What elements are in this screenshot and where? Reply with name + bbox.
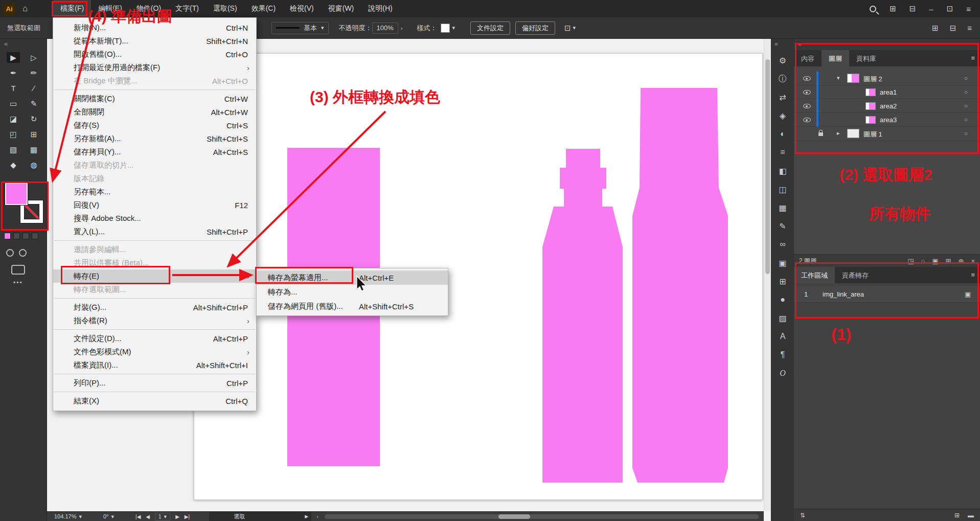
menu-item-close-all[interactable]: 全部關閉Alt+Ctrl+W [53, 105, 256, 119]
rotation-control[interactable]: 0° ▾ [100, 513, 117, 520]
menu-item-place[interactable]: 置入(L)...Shift+Ctrl+P [53, 225, 256, 238]
color-mode-icon[interactable] [4, 233, 11, 239]
first-artboard-icon[interactable]: |◀ [135, 514, 141, 519]
chevron-down-icon[interactable]: ▾ [452, 25, 455, 31]
preferences-button[interactable]: 偏好設定 [515, 21, 555, 35]
object-name[interactable]: area2 [880, 102, 897, 110]
menu-item-export[interactable]: 轉存(E)› [53, 269, 256, 283]
layer-row-area2[interactable]: area2 ○ [794, 99, 980, 113]
hamburger-icon[interactable]: ≡ [967, 24, 972, 33]
menu-edit[interactable]: 編輯(E) [91, 0, 129, 17]
search-icon[interactable] [870, 6, 876, 12]
chevron-down-icon[interactable]: ▾ [573, 25, 576, 31]
menu-item-document-color-mode[interactable]: 文件色彩模式(M)› [53, 345, 256, 358]
blend-tool[interactable]: ◍ [27, 160, 40, 170]
visibility-eye-icon[interactable] [803, 90, 811, 95]
chevron-right-icon[interactable]: ▸ [837, 130, 840, 137]
layer-name[interactable]: 圖層 2 [863, 75, 882, 84]
visibility-eye-icon[interactable] [803, 76, 811, 81]
next-artboard-icon[interactable]: ▶ [175, 514, 179, 519]
tab-asset-export[interactable]: 資產轉存 [835, 267, 876, 283]
libraries-icon[interactable]: ◈ [771, 106, 794, 125]
horizontal-scrollbar-thumb[interactable] [498, 514, 530, 519]
new-layer-icon[interactable]: ⊕ [959, 257, 964, 265]
menu-item-open[interactable]: 開啟舊檔(O)...Ctrl+O [53, 48, 256, 61]
menu-item-new-from-template[interactable]: 從範本新增(T)...Shift+Ctrl+N [53, 34, 256, 48]
make-clip-mask-icon[interactable]: ▣ [932, 257, 938, 265]
direct-selection-tool[interactable]: ▷ [27, 52, 40, 63]
stroke-style-dropdown[interactable]: 基本 ▾ [271, 22, 329, 34]
submenu-item-export-for-screens[interactable]: 轉存為螢幕適用...Alt+Ctrl+E [257, 270, 448, 285]
menu-help[interactable]: 說明(H) [361, 0, 399, 17]
tab-layers[interactable]: 圖層 [822, 50, 849, 66]
menu-item-revert[interactable]: 回復(V)F12 [53, 198, 256, 212]
rectangle-tool[interactable]: ▭ [7, 98, 20, 109]
menu-item-save-as-template[interactable]: 另存範本... [53, 185, 256, 198]
line-segment-tool[interactable]: ∕ [27, 83, 40, 94]
previous-artboard-icon[interactable]: ◀ [146, 514, 150, 519]
last-artboard-icon[interactable]: ▶| [185, 514, 190, 519]
menu-item-print[interactable]: 列印(P)...Ctrl+P [53, 376, 256, 390]
minimize-icon[interactable]: – [929, 5, 933, 13]
layer-row-layer2[interactable]: ▾ 圖層 2 ○ [794, 72, 980, 85]
tab-properties[interactable]: 內容 [794, 50, 822, 66]
horizontal-scrollbar[interactable] [325, 514, 759, 519]
tab-artboards[interactable]: 工作區域 [794, 267, 835, 283]
menu-item-save-as[interactable]: 另存新檔(A)...Shift+Ctrl+S [53, 132, 256, 145]
eraser-tool[interactable]: ◪ [7, 114, 20, 124]
menu-type[interactable]: 文字(T) [168, 0, 206, 17]
new-sublayer-icon[interactable]: ⊞ [946, 257, 951, 265]
layer-row-area3[interactable]: area3 ○ [794, 113, 980, 127]
menu-item-save[interactable]: 儲存(S)Ctrl+S [53, 119, 256, 132]
submenu-item-export-as[interactable]: 轉存為... [257, 285, 448, 299]
menu-view[interactable]: 檢視(V) [283, 0, 321, 17]
gradient-icon[interactable]: ◧ [771, 162, 794, 180]
curvature-tool[interactable]: ✏ [27, 67, 40, 78]
tab-libraries[interactable]: 資料庫 [849, 50, 883, 66]
menu-file[interactable]: 檔案(F) [53, 0, 91, 17]
submenu-item-save-for-web[interactable]: 儲存為網頁用 (舊版)...Alt+Shift+Ctrl+S [257, 299, 448, 313]
artboard-row[interactable]: 1 img_link_area ▣ [794, 286, 980, 303]
layer-row-area1[interactable]: area1 ○ [794, 85, 980, 99]
artboard-name[interactable]: img_link_area [823, 290, 864, 298]
grid-icon[interactable]: ⊞ [932, 24, 939, 33]
rotate-tool[interactable]: ↻ [27, 114, 40, 124]
expand-panels-icon[interactable]: « [774, 40, 778, 48]
links-icon[interactable]: ∞ [771, 235, 794, 254]
chevron-down-icon[interactable]: ▾ [837, 75, 840, 81]
gear-icon[interactable]: ⚙ [771, 51, 794, 70]
appearance-icon[interactable]: ● [771, 290, 794, 309]
style-swatch[interactable] [441, 24, 450, 33]
panel-menu-icon[interactable]: ≡ [966, 50, 980, 66]
transform-icon[interactable]: ⇄ [771, 88, 794, 106]
character-icon[interactable]: A [771, 327, 794, 346]
panel-grid-icon[interactable]: ⊞ [954, 512, 960, 519]
target-circle-icon[interactable]: ○ [964, 130, 968, 137]
panel-toggle-icon[interactable]: ⊟ [950, 24, 956, 33]
opentype-icon[interactable]: O [771, 364, 794, 382]
status-play-icon[interactable]: ▶ [305, 514, 308, 519]
opacity-value-field[interactable]: 100% [372, 22, 398, 34]
asset-export-icon[interactable]: ▣ [771, 254, 794, 272]
app-menu-icon[interactable]: ≡ [966, 5, 971, 13]
brushes-icon[interactable]: ✎ [771, 217, 794, 235]
menu-item-save-a-copy[interactable]: 儲存拷貝(Y)...Alt+Ctrl+S [53, 145, 256, 158]
menu-item-file-info[interactable]: 檔案資訊(I)...Alt+Shift+Ctrl+I [53, 358, 256, 372]
screen-mode-icon[interactable] [11, 265, 25, 275]
menu-item-new[interactable]: 新增(N)...Ctrl+N [53, 21, 256, 34]
scale-tool[interactable]: ◰ [7, 129, 20, 140]
panel-resize-icon[interactable]: ⇅ [800, 512, 805, 519]
swatches-icon[interactable]: ▦ [771, 198, 794, 217]
object-name[interactable]: area1 [880, 88, 897, 96]
menu-item-search-adobe-stock[interactable]: 搜尋 Adobe Stock... [53, 212, 256, 225]
home-icon[interactable]: ⌂ [22, 4, 28, 14]
gradient-mode-icon[interactable] [13, 233, 20, 239]
artboards-icon[interactable]: ⊞ [771, 272, 794, 290]
menu-effect[interactable]: 效果(C) [244, 0, 283, 17]
restore-icon[interactable]: ⊡ [947, 4, 953, 13]
target-circle-icon[interactable]: ○ [964, 88, 968, 96]
paragraph-icon[interactable]: ¶ [771, 346, 794, 364]
graphic-styles-icon[interactable]: ▨ [771, 309, 794, 327]
none-mode-icon[interactable] [22, 233, 29, 239]
info-icon[interactable]: ⓘ [771, 70, 794, 88]
